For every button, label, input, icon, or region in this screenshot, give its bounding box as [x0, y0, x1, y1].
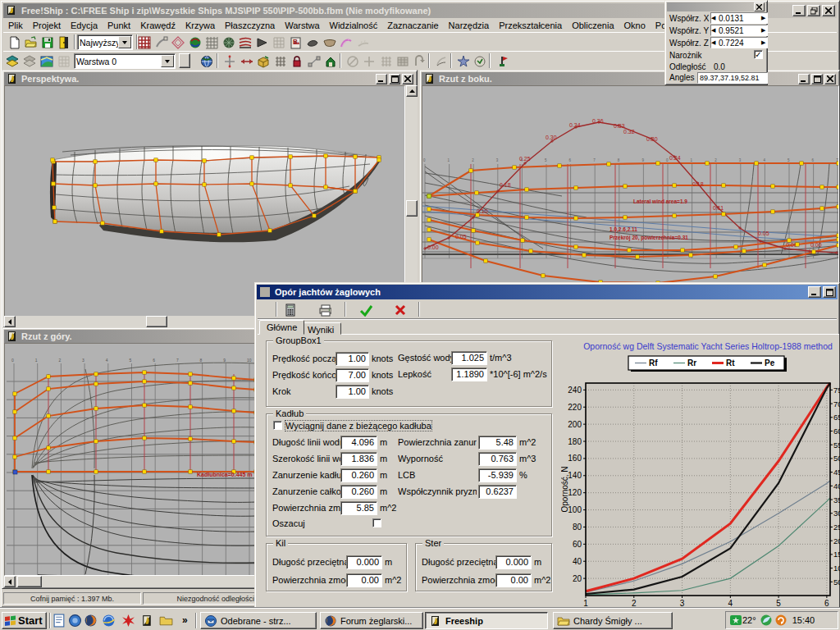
- layers-icon[interactable]: [4, 53, 21, 69]
- menu-warstwa[interactable]: Warstwa: [280, 20, 324, 31]
- side-titlebar[interactable]: Rzut z boku.: [422, 72, 838, 85]
- gauss-icon[interactable]: [187, 34, 203, 50]
- task-button-freeship[interactable]: Freeship: [425, 612, 548, 629]
- g1-left-0-input[interactable]: 1.00: [336, 352, 369, 366]
- plusgray-icon[interactable]: [361, 53, 377, 69]
- hull-left-2-input[interactable]: 0.260: [340, 468, 377, 482]
- side-view[interactable]: 012345678901234567: [422, 85, 839, 284]
- menu-widzialno[interactable]: Widzialność: [325, 20, 383, 31]
- coord-spinner[interactable]: ◀0.0131▶: [710, 12, 768, 24]
- hull-icon[interactable]: [322, 34, 338, 50]
- menu-przeksztacenia[interactable]: Przekształcenia: [494, 20, 567, 31]
- g1-left-2-input[interactable]: 1.00: [336, 385, 369, 399]
- task-button-chardymigy[interactable]: Chardy Śmigły ...: [553, 612, 673, 629]
- ok-icon[interactable]: [358, 302, 374, 317]
- coordinate-panel-close-button[interactable]: [754, 2, 765, 11]
- precision-combo[interactable]: Najwyższy: [77, 34, 133, 50]
- menu-krzywa[interactable]: Krzywa: [180, 20, 220, 31]
- spin-left-icon[interactable]: ◀: [711, 27, 717, 34]
- coord-spinner[interactable]: ◀0.9521▶: [710, 25, 768, 36]
- hull-left-4-input[interactable]: 5.85: [340, 501, 377, 515]
- corner-checkbox[interactable]: ✓: [754, 50, 763, 59]
- flagred-icon[interactable]: [494, 53, 510, 69]
- rudder-0-input[interactable]: 0.000: [495, 555, 532, 569]
- package-icon[interactable]: [255, 53, 272, 69]
- menu-punkt[interactable]: Punkt: [103, 20, 135, 31]
- side-close-button[interactable]: [824, 74, 836, 84]
- hull-left-1-input[interactable]: 1.836: [340, 452, 377, 466]
- new-icon[interactable]: [7, 34, 23, 50]
- rudder-1-input[interactable]: 0.00: [495, 573, 532, 587]
- close-button[interactable]: [822, 5, 835, 16]
- developable-icon[interactable]: [170, 34, 186, 50]
- layer-grid-icon[interactable]: [56, 53, 72, 69]
- chevron-down-icon[interactable]: [118, 36, 131, 48]
- msn-icon[interactable]: [760, 614, 773, 627]
- grid3-icon[interactable]: [271, 34, 287, 50]
- open-icon[interactable]: [23, 34, 39, 50]
- hull-right-1-input[interactable]: 0.763: [478, 452, 517, 466]
- perspective-maximize-button[interactable]: [389, 74, 400, 84]
- lock-icon[interactable]: [289, 53, 305, 69]
- hull-right-0-input[interactable]: 5.48: [478, 436, 517, 450]
- spin-left-icon[interactable]: ◀: [711, 39, 717, 46]
- dialog-titlebar[interactable]: Opór jachtów żaglowych: [257, 285, 838, 299]
- menu-zaznaczanie[interactable]: Zaznaczanie: [382, 20, 443, 31]
- desktop-icon[interactable]: [68, 614, 82, 628]
- coordinate-panel-titlebar[interactable]: [667, 2, 765, 11]
- house-icon[interactable]: [322, 53, 339, 69]
- chevron-down-icon[interactable]: [161, 55, 174, 67]
- tab-wyniki[interactable]: Wyniki: [300, 322, 341, 335]
- g1-right-0-input[interactable]: 1.025: [451, 351, 487, 365]
- hull-left-3-input[interactable]: 0.260: [340, 485, 377, 499]
- layer-color-icon[interactable]: [39, 53, 55, 69]
- perspective-vscroll-thumb[interactable]: [406, 200, 418, 217]
- firefox-icon[interactable]: [84, 614, 98, 628]
- weather-icon[interactable]: [729, 614, 742, 627]
- g1-left-1-input[interactable]: 7.00: [336, 368, 369, 382]
- print-icon[interactable]: [317, 302, 333, 317]
- globe-icon[interactable]: [199, 53, 215, 69]
- menu-narzdzia[interactable]: Narzędzia: [444, 20, 495, 31]
- scroll-up-icon[interactable]: [406, 85, 418, 97]
- start-button[interactable]: Start: [2, 612, 47, 629]
- curvature-icon[interactable]: [338, 34, 354, 50]
- mesh-icon[interactable]: [272, 53, 289, 69]
- dialog-minimize-button[interactable]: [808, 286, 821, 298]
- exit-icon[interactable]: [56, 34, 72, 50]
- curve-icon[interactable]: [433, 53, 450, 69]
- menu-paszczyzna[interactable]: Płaszczyzna: [220, 20, 280, 31]
- quicklaunch-overflow-chevron[interactable]: »: [182, 614, 188, 626]
- hull-right-2-input[interactable]: -5.939: [478, 468, 517, 482]
- update-icon[interactable]: [774, 614, 788, 627]
- spin-right-icon[interactable]: ▶: [761, 39, 767, 46]
- normals-icon[interactable]: [355, 34, 372, 50]
- perspective-hscroll-thumb[interactable]: [146, 316, 167, 327]
- spin-right-icon[interactable]: ▶: [761, 27, 767, 34]
- perspective-minimize-button[interactable]: [376, 74, 387, 84]
- star-icon[interactable]: [455, 53, 472, 69]
- keel-1-input[interactable]: 0.00: [346, 573, 382, 587]
- flipgray-icon[interactable]: [412, 53, 428, 69]
- task-button-forumeglarsk[interactable]: Forum żeglarski...: [320, 612, 423, 629]
- bend-icon[interactable]: [153, 34, 170, 50]
- freeship-icon[interactable]: [140, 614, 154, 628]
- spin-left-icon[interactable]: ◀: [711, 15, 717, 21]
- grid2-icon[interactable]: [203, 34, 220, 50]
- menu-krawd[interactable]: Krawędź: [135, 20, 180, 31]
- extract-checkbox[interactable]: [273, 421, 282, 430]
- menu-projekt[interactable]: Projekt: [28, 20, 66, 31]
- cancel-icon[interactable]: [392, 302, 409, 317]
- net-grid-icon[interactable]: [136, 34, 153, 50]
- layers-gray-icon[interactable]: [21, 53, 38, 69]
- hand-icon[interactable]: [472, 53, 488, 69]
- g1-right-1-input[interactable]: 1.1890: [451, 368, 487, 381]
- menu-okno[interactable]: Okno: [619, 20, 651, 31]
- save-icon[interactable]: [39, 34, 56, 50]
- keel-0-input[interactable]: 0.000: [346, 555, 382, 569]
- scroll-left-icon[interactable]: [4, 576, 16, 587]
- menu-obliczenia[interactable]: Obliczenia: [567, 20, 619, 31]
- addpoint-icon[interactable]: [221, 53, 238, 69]
- minimize-button[interactable]: [792, 5, 806, 16]
- linesplan-icon[interactable]: [237, 34, 253, 50]
